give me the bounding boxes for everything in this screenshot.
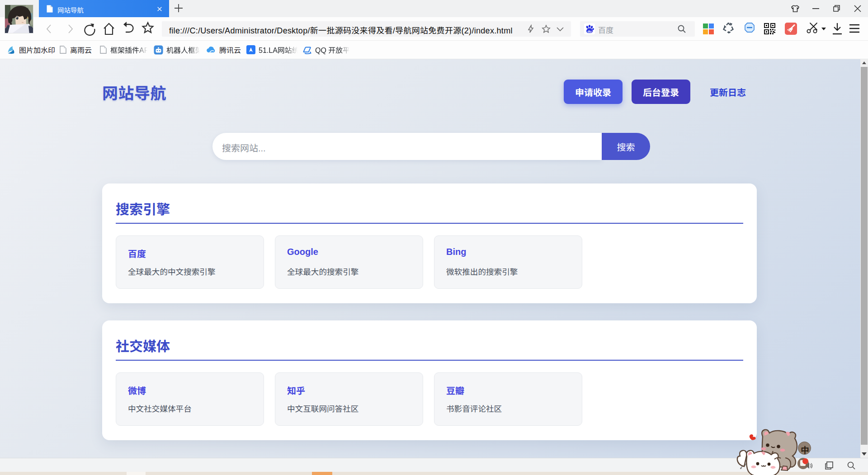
svg-text:du: du — [587, 29, 592, 33]
